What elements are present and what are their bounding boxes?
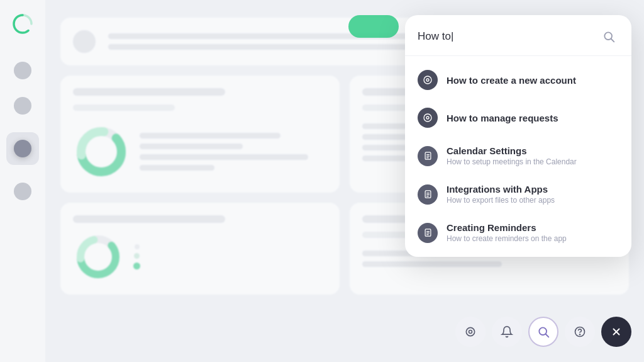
result-list: How to create a new account How to manag… [405, 56, 631, 257]
result-subtitle-5: How to create reminders on the app [447, 234, 567, 243]
result-item-5[interactable]: Creating Reminders How to create reminde… [405, 213, 631, 252]
result-icon-4 [418, 184, 438, 205]
search-panel: How to| How to create a new ac [405, 15, 631, 257]
svg-line-28 [546, 334, 549, 337]
result-item-4[interactable]: Integrations with Apps How to export fil… [405, 175, 631, 213]
result-title-2: How to manage requests [447, 113, 558, 123]
sidebar-logo [11, 13, 34, 44]
result-item-2[interactable]: How to manage requests [405, 99, 631, 137]
svg-point-10 [426, 79, 429, 81]
help-toolbar-btn[interactable] [565, 317, 595, 347]
close-toolbar-btn[interactable] [601, 317, 631, 347]
result-title-4: Integrations with Apps [447, 184, 555, 195]
nav-toolbar-btn[interactable] [455, 317, 486, 347]
result-icon-3 [418, 146, 438, 166]
result-subtitle-3: How to setup meetings in the Calendar [447, 157, 577, 166]
main-content: How to| How to create a new ac [45, 0, 644, 362]
svg-point-9 [424, 76, 431, 84]
result-title-3: Calendar Settings [447, 145, 577, 156]
sidebar [0, 0, 45, 362]
sidebar-item-1[interactable] [14, 62, 31, 79]
bottom-toolbar [455, 317, 631, 347]
sidebar-item-2[interactable] [14, 97, 31, 115]
bell-toolbar-btn[interactable] [492, 317, 522, 347]
sidebar-active-dot [14, 140, 31, 157]
result-item-1[interactable]: How to create a new account [405, 61, 631, 99]
result-icon-5 [418, 223, 438, 243]
result-text-2: How to manage requests [447, 113, 558, 123]
result-text-4: Integrations with Apps How to export fil… [447, 184, 555, 205]
result-title-1: How to create a new account [447, 75, 576, 86]
svg-point-25 [466, 327, 474, 336]
search-input[interactable]: How to| [418, 30, 599, 43]
search-input-row: How to| [405, 15, 631, 56]
green-accent-btn [348, 15, 399, 38]
result-text-1: How to create a new account [447, 75, 576, 86]
result-item-3[interactable]: Calendar Settings How to setup meetings … [405, 137, 631, 175]
result-icon-2 [418, 108, 438, 128]
result-subtitle-4: How to export files to other apps [447, 196, 555, 205]
sidebar-item-active[interactable] [6, 132, 39, 165]
svg-point-26 [469, 331, 472, 334]
svg-line-8 [611, 39, 614, 42]
search-submit-btn[interactable] [599, 26, 619, 47]
svg-point-12 [426, 116, 429, 119]
search-toolbar-btn[interactable] [528, 317, 558, 347]
result-text-5: Creating Reminders How to create reminde… [447, 222, 567, 243]
sidebar-item-4[interactable] [14, 183, 31, 200]
result-icon-1 [418, 70, 438, 90]
svg-point-11 [424, 114, 431, 122]
result-text-3: Calendar Settings How to setup meetings … [447, 145, 577, 166]
result-title-5: Creating Reminders [447, 222, 567, 233]
